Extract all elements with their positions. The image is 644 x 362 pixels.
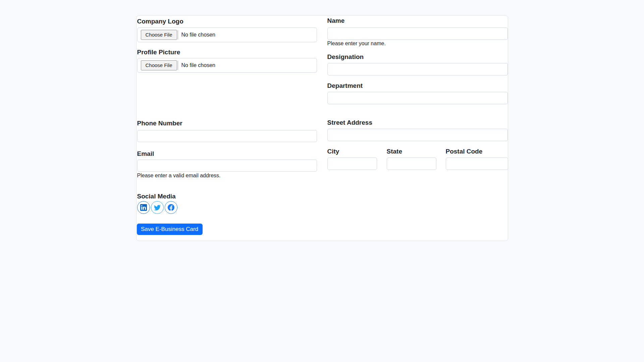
street-address-label: Street Address: [327, 119, 372, 126]
file-input-divider: [178, 61, 178, 70]
email-input[interactable]: [137, 160, 317, 172]
email-label: Email: [137, 150, 154, 157]
postal-code-label: Postal Code: [446, 148, 483, 155]
street-address-input[interactable]: [327, 129, 508, 141]
postal-code-input[interactable]: [446, 158, 508, 170]
name-helper-text: Please enter your name.: [327, 40, 386, 47]
linkedin-button[interactable]: [137, 201, 150, 214]
facebook-button[interactable]: [165, 201, 177, 214]
file-input-divider: [178, 30, 178, 40]
state-label: State: [387, 148, 402, 155]
phone-number-label: Phone Number: [137, 120, 182, 126]
email-helper-text: Please enter a valid email address.: [137, 172, 221, 179]
city-label: City: [327, 148, 339, 155]
e-business-card-form: Company Logo Choose File No file chosen …: [136, 15, 508, 241]
phone-number-input[interactable]: [137, 130, 317, 142]
facebook-icon: [168, 204, 174, 211]
linkedin-icon: [140, 204, 147, 211]
company-logo-choose-file-button[interactable]: Choose File: [141, 30, 177, 40]
social-media-icons: [137, 201, 177, 214]
save-business-card-button[interactable]: Save E-Business Card: [137, 224, 203, 235]
twitter-button[interactable]: [151, 201, 164, 214]
name-input[interactable]: [327, 27, 508, 40]
state-input[interactable]: [387, 158, 436, 170]
company-logo-label: Company Logo: [137, 18, 183, 24]
department-input[interactable]: [327, 92, 508, 104]
profile-picture-file-input[interactable]: Choose File No file chosen: [137, 58, 317, 73]
profile-picture-choose-file-button[interactable]: Choose File: [141, 60, 177, 70]
social-media-label: Social Media: [137, 193, 176, 199]
city-input[interactable]: [327, 158, 377, 170]
company-logo-file-status: No file chosen: [181, 32, 215, 38]
department-label: Department: [327, 82, 363, 89]
designation-label: Designation: [327, 54, 364, 60]
designation-input[interactable]: [327, 63, 508, 75]
profile-picture-file-status: No file chosen: [181, 62, 215, 68]
twitter-icon: [154, 204, 161, 211]
company-logo-file-input[interactable]: Choose File No file chosen: [137, 27, 317, 42]
name-label: Name: [327, 17, 345, 24]
profile-picture-label: Profile Picture: [137, 49, 180, 55]
